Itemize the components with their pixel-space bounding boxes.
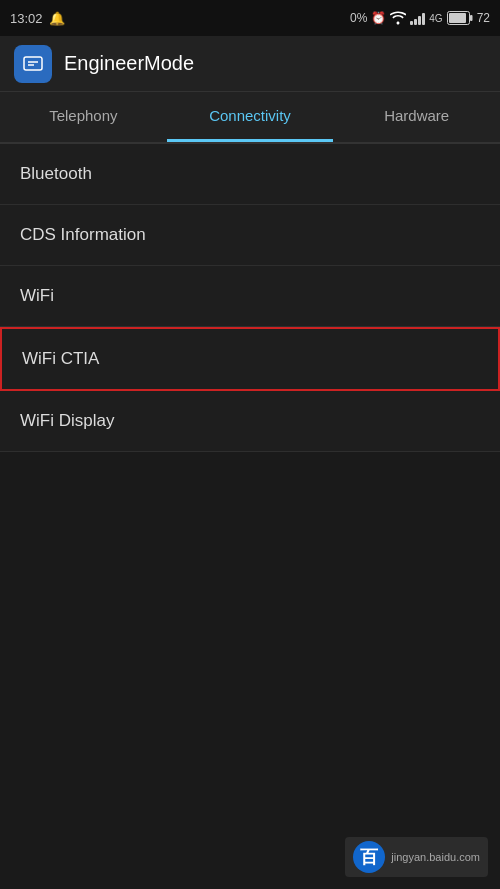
menu-item-bluetooth[interactable]: Bluetooth xyxy=(0,144,500,205)
wifi-icon xyxy=(390,11,406,25)
engineer-icon xyxy=(21,52,45,76)
network-type: 4G xyxy=(429,13,442,24)
status-left: 13:02 🔔 xyxy=(10,11,65,26)
menu-item-wifi-ctia[interactable]: WiFi CTIA xyxy=(0,327,500,391)
battery-percent: 0% xyxy=(350,11,367,25)
watermark-site: jingyan.baidu.com xyxy=(391,850,480,864)
tab-bar: Telephony Connectivity Hardware xyxy=(0,92,500,144)
menu-item-wifi-display[interactable]: WiFi Display xyxy=(0,391,500,452)
alarm-icon: ⏰ xyxy=(371,11,386,25)
menu-item-cds-information[interactable]: CDS Information xyxy=(0,205,500,266)
signal-bars xyxy=(410,11,425,25)
watermark: 百 jingyan.baidu.com xyxy=(345,837,488,877)
tab-hardware[interactable]: Hardware xyxy=(333,92,500,142)
svg-rect-2 xyxy=(470,15,473,21)
title-bar: EngineerMode xyxy=(0,36,500,92)
time-display: 13:02 xyxy=(10,11,43,26)
watermark-logo: 百 xyxy=(353,841,385,873)
battery-icon xyxy=(447,11,473,25)
menu-list: Bluetooth CDS Information WiFi WiFi CTIA… xyxy=(0,144,500,452)
notification-icon: 🔔 xyxy=(49,11,65,26)
status-bar: 13:02 🔔 0% ⏰ 4G 72 xyxy=(0,0,500,36)
svg-rect-3 xyxy=(24,57,42,70)
app-icon xyxy=(14,45,52,83)
svg-rect-1 xyxy=(449,13,466,23)
app-title: EngineerMode xyxy=(64,52,194,75)
menu-item-wifi[interactable]: WiFi xyxy=(0,266,500,327)
tab-connectivity[interactable]: Connectivity xyxy=(167,92,334,142)
tab-telephony[interactable]: Telephony xyxy=(0,92,167,142)
status-right: 0% ⏰ 4G 72 xyxy=(350,11,490,25)
battery-level: 72 xyxy=(477,11,490,25)
